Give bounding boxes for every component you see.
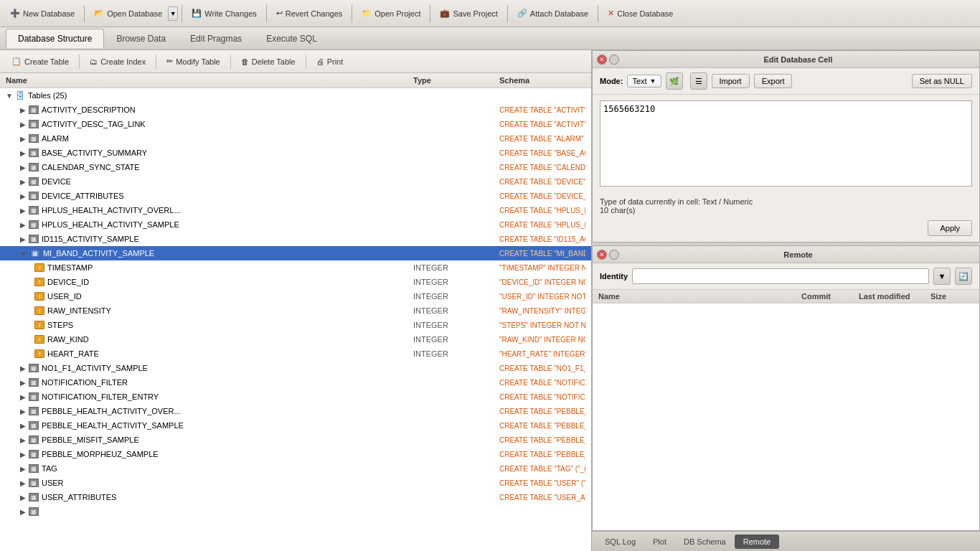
- list-item[interactable]: ▶ ▦ ACTIVITY_DESCRIPTION CREATE TABLE "A…: [0, 103, 591, 117]
- bottom-tabs: SQL Log Plot DB Schema Remote: [592, 531, 980, 551]
- create-table-button[interactable]: 📋 Create Table: [6, 55, 75, 68]
- attach-database-icon: 🔗: [517, 9, 527, 18]
- open-database-icon: 📂: [94, 9, 104, 18]
- separator-3: [266, 5, 267, 22]
- remote-min-button[interactable]: [609, 250, 619, 260]
- tree-root[interactable]: ▼ 🗄 Tables (25): [0, 88, 591, 103]
- attach-database-button[interactable]: 🔗 Attach Database: [512, 6, 594, 20]
- expand-icon: ▶: [20, 364, 26, 372]
- mode-select[interactable]: Text ▼: [627, 75, 661, 88]
- export-button[interactable]: Export: [754, 74, 793, 88]
- list-item[interactable]: ▶ ▦ DEVICE CREATE TABLE "DEVICE" ("_id" …: [0, 174, 591, 189]
- modify-table-button[interactable]: ✏ Modify Table: [161, 55, 226, 68]
- list-item[interactable]: ▶ ▦: [0, 504, 591, 519]
- list-item[interactable]: ▶ ▦ NOTIFICATION_FILTER CREATE TABLE "NO…: [0, 375, 591, 390]
- list-item[interactable]: ▼ ▦ MI_BAND_ACTIVITY_SAMPLE CREATE TABLE…: [0, 246, 591, 260]
- print-button[interactable]: 🖨 Print: [311, 55, 349, 68]
- tab-browse-data[interactable]: Browse Data: [104, 29, 178, 48]
- list-item[interactable]: ▶ ▦ HPLUS_HEALTH_ACTIVITY_OVERL... CREAT…: [0, 203, 591, 217]
- list-item[interactable]: ▶ ▦ USER CREATE TABLE "USER" ("_id" INTE…: [0, 476, 591, 490]
- list-item[interactable]: f RAW_INTENSITY INTEGER "RAW_INTENSITY" …: [0, 303, 591, 318]
- list-item[interactable]: ▶ ▦ ID115_ACTIVITY_SAMPLE CREATE TABLE "…: [0, 232, 591, 246]
- table-icon: ▦: [29, 192, 39, 200]
- identity-input[interactable]: [632, 268, 929, 284]
- list-item[interactable]: f STEPS INTEGER "STEPS" INTEGER NOT NULL: [0, 318, 591, 332]
- tab-remote[interactable]: Remote: [735, 534, 780, 549]
- list-item[interactable]: ▶ ▦ TAG CREATE TABLE "TAG" ("_id" INTEGE…: [0, 461, 591, 476]
- table-icon: ▦: [29, 407, 39, 415]
- table-icon: ▦: [29, 120, 39, 128]
- save-project-button[interactable]: 💼 Save Project: [434, 6, 503, 20]
- list-item[interactable]: ▶ ▦ PEBBLE_MORPHEUZ_SAMPLE CREATE TABLE …: [0, 447, 591, 461]
- list-item[interactable]: ▶ ▦ ACTIVITY_DESC_TAG_LINK CREATE TABLE …: [0, 117, 591, 131]
- identity-dropdown-btn[interactable]: ▼: [933, 268, 951, 285]
- close-database-button[interactable]: ✕ Close Database: [602, 6, 679, 20]
- import-button[interactable]: Import: [712, 74, 750, 88]
- mode-copy-btn[interactable]: ☰: [690, 72, 707, 90]
- edit-cell-titlebar: ✕ Edit Database Cell: [593, 51, 979, 68]
- table-icon: ▦: [29, 450, 39, 458]
- table-icon: ▦: [29, 507, 39, 516]
- tab-db-schema[interactable]: DB Schema: [675, 534, 735, 549]
- list-item[interactable]: ▶ ▦ PEBBLE_HEALTH_ACTIVITY_SAMPLE CREATE…: [0, 418, 591, 433]
- list-item[interactable]: ▶ ▦ ALARM CREATE TABLE "ALARM" ("DEVICE_…: [0, 131, 591, 146]
- write-changes-button[interactable]: 💾 Write Changes: [186, 6, 263, 20]
- expand-icon: ▶: [20, 451, 26, 458]
- table-icon: ▦: [29, 364, 39, 372]
- print-icon: 🖨: [316, 57, 324, 66]
- table-icon: ▦: [29, 163, 39, 171]
- col-schema: Schema: [499, 76, 585, 85]
- list-item[interactable]: ▶ ▦ PEBBLE_HEALTH_ACTIVITY_OVER... CREAT…: [0, 404, 591, 418]
- list-item[interactable]: ▶ ▦ BASE_ACTIVITY_SUMMARY CREATE TABLE "…: [0, 146, 591, 160]
- new-database-button[interactable]: ➕ New Database: [4, 6, 80, 20]
- tab-database-structure[interactable]: Database Structure: [6, 29, 104, 48]
- list-item[interactable]: ▶ ▦ DEVICE_ATTRIBUTES CREATE TABLE "DEVI…: [0, 189, 591, 203]
- table-icon: ▦: [29, 378, 39, 387]
- open-database-button[interactable]: 📂 Open Database: [88, 6, 168, 20]
- separator-7: [598, 5, 598, 22]
- sep-sec-2: [156, 55, 156, 69]
- tab-sql-log[interactable]: SQL Log: [596, 534, 644, 549]
- tab-plot[interactable]: Plot: [644, 534, 675, 549]
- list-item[interactable]: f RAW_KIND INTEGER "RAW_KIND" INTEGER NO…: [0, 332, 591, 347]
- revert-changes-button[interactable]: ↩ Revert Changes: [270, 6, 349, 20]
- open-project-icon: 📁: [362, 9, 372, 18]
- list-item[interactable]: ▶ ▦ NO1_F1_ACTIVITY_SAMPLE CREATE TABLE …: [0, 361, 591, 375]
- create-index-button[interactable]: 🗂 Create Index: [84, 55, 151, 68]
- list-item[interactable]: ▶ ▦ CALENDAR_SYNC_STATE CREATE TABLE "CA…: [0, 160, 591, 174]
- list-item[interactable]: f DEVICE_ID INTEGER "DEVICE_ID" INTEGER …: [0, 275, 591, 289]
- table-icon: ▦: [29, 235, 39, 243]
- delete-table-button[interactable]: 🗑 Delete Table: [235, 55, 301, 68]
- edit-mode-row: Mode: Text ▼ 🌿 ☰ Import Export Set as NU…: [593, 68, 979, 95]
- edit-cell-min-button[interactable]: [609, 55, 619, 65]
- open-database-dropdown[interactable]: ▼: [168, 6, 178, 21]
- list-item[interactable]: f HEART_RATE INTEGER "HEART_RATE" INTEGE…: [0, 347, 591, 361]
- edit-cell-close-button[interactable]: ✕: [597, 55, 607, 65]
- identity-refresh-btn[interactable]: 🔄: [955, 268, 972, 285]
- apply-button[interactable]: Apply: [928, 220, 972, 236]
- col-name: Name: [6, 76, 413, 85]
- expand-icon: ▶: [20, 164, 26, 171]
- list-item[interactable]: ▶ ▦ PEBBLE_MISFIT_SAMPLE CREATE TABLE "P…: [0, 433, 591, 447]
- mode-select-arrow: ▼: [650, 77, 656, 85]
- revert-changes-icon: ↩: [276, 9, 283, 18]
- list-item[interactable]: f USER_ID INTEGER "USER_ID" INTEGER NOT …: [0, 289, 591, 303]
- mode-icon-btn[interactable]: 🌿: [666, 72, 683, 90]
- tab-edit-pragmas[interactable]: Edit Pragmas: [178, 29, 254, 48]
- new-database-icon: ➕: [10, 9, 20, 18]
- set-null-button[interactable]: Set as NULL: [912, 74, 972, 88]
- tab-execute-sql[interactable]: Execute SQL: [254, 29, 329, 48]
- cell-textarea[interactable]: 1565663210: [600, 100, 972, 187]
- expand-icon: ▶: [20, 393, 26, 401]
- list-item[interactable]: ▶ ▦ HPLUS_HEALTH_ACTIVITY_SAMPLE CREATE …: [0, 217, 591, 232]
- list-item[interactable]: f TIMESTAMP INTEGER "TIMESTAMP" INTEGER …: [0, 260, 591, 275]
- main-toolbar: ➕ New Database 📂 Open Database ▼ 💾 Write…: [0, 0, 980, 27]
- expand-icon: ▶: [20, 149, 26, 157]
- table-icon: ▦: [29, 493, 39, 501]
- open-project-button[interactable]: 📁 Open Project: [356, 6, 426, 20]
- list-item[interactable]: ▶ ▦ USER_ATTRIBUTES CREATE TABLE "USER_A…: [0, 490, 591, 504]
- remote-close-button[interactable]: ✕: [597, 250, 607, 260]
- list-item[interactable]: ▶ ▦ NOTIFICATION_FILTER_ENTRY CREATE TAB…: [0, 390, 591, 404]
- table-icon: ▦: [29, 464, 39, 473]
- sep-sec-1: [79, 55, 80, 69]
